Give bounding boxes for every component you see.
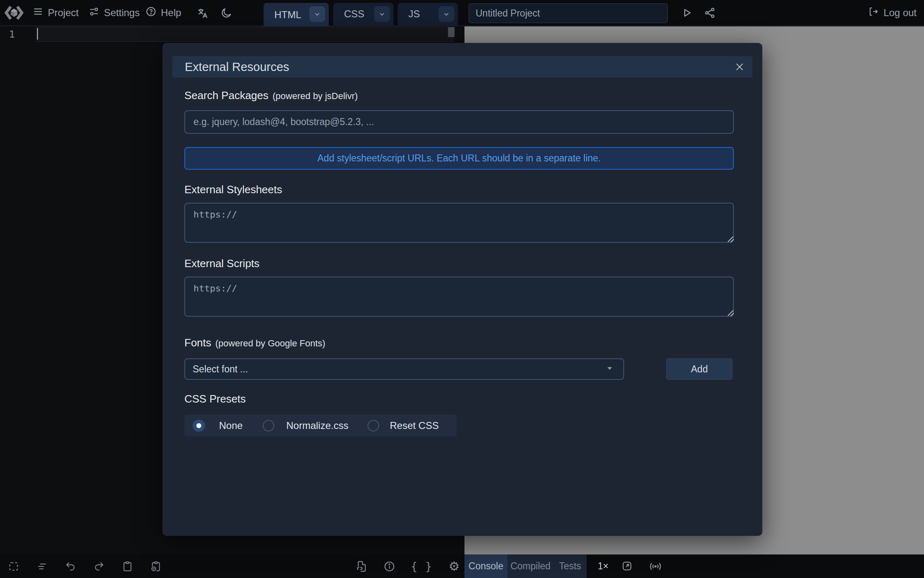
run-icon[interactable] [681, 7, 694, 20]
search-packages-hint: (powered by jsDelivr) [273, 91, 358, 102]
tab-css[interactable]: CSS [333, 3, 394, 25]
tab-html[interactable]: HTML [264, 3, 329, 26]
help-menu-label: Help [161, 7, 181, 19]
menu-icon [32, 6, 44, 20]
editor-cursor [37, 28, 38, 40]
project-title-input[interactable] [469, 3, 668, 23]
tab-js-chevron-down-icon[interactable] [438, 6, 454, 22]
external-scripts-label: External Scripts [184, 257, 259, 270]
fonts-label: Fonts (powered by Google Fonts) [184, 336, 325, 349]
fonts-hint: (powered by Google Fonts) [215, 338, 325, 349]
add-font-button[interactable]: Add [666, 358, 733, 380]
top-toolbar: Project Settings Help [0, 0, 924, 26]
project-menu-label: Project [48, 7, 79, 19]
radio-none-circle [193, 419, 205, 432]
modal-titlebar[interactable]: External Resources [172, 56, 752, 78]
logout-icon [867, 6, 879, 20]
editor-scrollbar[interactable] [448, 27, 455, 37]
redo-icon[interactable] [93, 560, 105, 573]
result-zoom-button[interactable]: 1× [591, 554, 615, 578]
open-in-new-window-icon[interactable] [620, 559, 634, 573]
info-icon[interactable] [383, 560, 396, 573]
select-region-icon[interactable] [7, 560, 20, 573]
dark-mode-icon[interactable] [220, 7, 233, 20]
copy-code-icon[interactable] [121, 560, 134, 573]
select-arrow-icon [605, 364, 614, 374]
translate-icon[interactable] [196, 7, 210, 20]
results-tabs: Console Compiled Tests [464, 554, 587, 578]
settings-menu[interactable]: Settings [88, 0, 140, 25]
share-icon[interactable] [704, 7, 717, 20]
css-presets-group: None Normalize.css Reset CSS [184, 415, 457, 436]
radio-reset-circle [368, 420, 379, 431]
css-presets-label: CSS Presets [184, 393, 246, 405]
font-select[interactable]: Select font ... [184, 358, 624, 380]
tab-js[interactable]: JS [398, 3, 458, 25]
tab-console[interactable]: Console [464, 554, 507, 578]
tab-tests[interactable]: Tests [554, 554, 587, 578]
settings-sliders-icon [88, 6, 100, 20]
undo-icon[interactable] [64, 560, 77, 573]
logout-label: Log out [884, 7, 917, 19]
radio-normalize-label: Normalize.css [286, 420, 349, 431]
editor-current-line [36, 27, 453, 42]
tab-html-label: HTML [264, 9, 301, 21]
broadcast-icon[interactable] [648, 559, 662, 573]
add-urls-info-button[interactable]: Add stylesheet/script URLs. Each URL sho… [184, 147, 734, 170]
radio-normalize-circle [263, 420, 274, 431]
modal-title: External Resources [172, 60, 289, 74]
external-stylesheets-textarea[interactable] [184, 203, 734, 243]
radio-reset-label: Reset CSS [390, 420, 439, 431]
tab-html-chevron-down-icon[interactable] [309, 6, 325, 22]
line-number: 1 [9, 29, 15, 40]
tab-compiled[interactable]: Compiled [507, 554, 554, 578]
close-icon[interactable] [731, 58, 748, 76]
external-stylesheets-label: External Stylesheets [184, 183, 282, 196]
tab-css-chevron-down-icon[interactable] [374, 6, 390, 22]
radio-none-label: None [219, 420, 243, 431]
search-packages-label: Search Packages (powered by jsDelivr) [184, 89, 358, 102]
radio-reset-css[interactable]: Reset CSS [368, 415, 439, 436]
status-bar: { } ⚙ Console Compiled Tests 1× [0, 554, 924, 578]
help-icon [145, 6, 157, 20]
copy-as-snippet-icon[interactable] [150, 560, 162, 573]
external-scripts-textarea[interactable] [184, 277, 734, 317]
tab-css-label: CSS [333, 8, 364, 20]
statusbar-middle-icons: { } ⚙ [356, 554, 460, 578]
statusbar-left-icons [7, 554, 162, 578]
embed-braces-icon[interactable]: { } [411, 560, 433, 573]
app-logo-icon[interactable] [4, 3, 24, 23]
external-resources-modal: External Resources Search Packages (powe… [163, 43, 762, 536]
format-code-icon[interactable] [36, 560, 48, 573]
project-menu[interactable]: Project [32, 0, 79, 25]
font-select-value: Select font ... [185, 364, 605, 375]
logout-button[interactable]: Log out [867, 0, 917, 25]
tab-js-label: JS [398, 8, 420, 20]
settings-menu-label: Settings [104, 7, 140, 19]
external-resources-icon[interactable] [356, 560, 368, 573]
help-menu[interactable]: Help [145, 0, 181, 25]
search-packages-input[interactable] [184, 110, 734, 134]
radio-normalize-css[interactable]: Normalize.css [263, 415, 349, 436]
app-window: Project Settings Help [0, 0, 924, 578]
editor-settings-gear-icon[interactable]: ⚙ [448, 560, 460, 573]
radio-none[interactable]: None [193, 415, 243, 436]
